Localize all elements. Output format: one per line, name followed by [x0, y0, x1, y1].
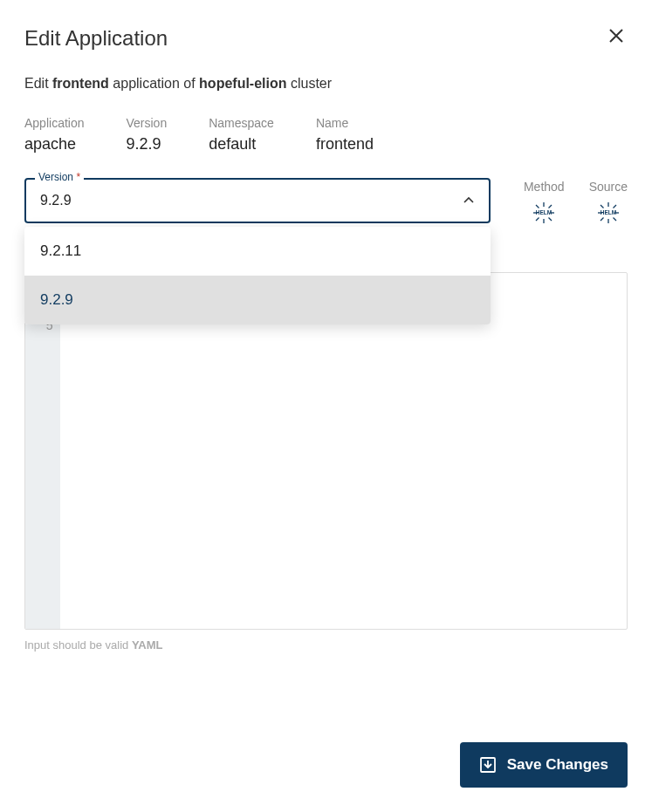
svg-line-13	[601, 205, 604, 208]
editor-code[interactable]: commonLabels: owner: somebody	[60, 273, 627, 629]
meta-label: Version	[127, 116, 168, 130]
version-select-value: 9.2.9	[40, 193, 72, 208]
svg-line-4	[536, 205, 539, 208]
source-column: Source HELM	[589, 180, 628, 225]
close-icon	[608, 28, 624, 44]
subtitle-middle: application of	[109, 76, 199, 91]
yaml-hint: Input should be valid YAML	[24, 638, 628, 652]
svg-line-6	[549, 205, 552, 208]
meta-name: Name frontend	[316, 116, 374, 154]
svg-line-14	[613, 218, 616, 222]
meta-value: apache	[24, 135, 85, 154]
subtitle-cluster: hopeful-elion	[199, 76, 286, 91]
meta-label: Namespace	[209, 116, 274, 130]
subtitle-app: frontend	[52, 76, 109, 91]
version-select[interactable]: 9.2.9	[24, 178, 491, 223]
method-column: Method HELM	[524, 180, 565, 225]
meta-version: Version 9.2.9	[127, 116, 168, 154]
meta-label: Application	[24, 116, 85, 130]
helm-icon: HELM	[532, 201, 556, 225]
source-label: Source	[589, 180, 628, 194]
side-columns: Method HELM Source	[524, 178, 628, 225]
subtitle-prefix: Edit	[24, 76, 52, 91]
svg-line-7	[536, 218, 539, 222]
controls-row: Version * 9.2.9 9.2.11 9.2.9 Method	[24, 178, 628, 225]
meta-namespace: Namespace default	[209, 116, 274, 154]
subtitle-suffix: cluster	[287, 76, 333, 91]
dialog-footer: Save Changes	[460, 742, 628, 788]
version-select-wrap: Version * 9.2.9 9.2.11 9.2.9	[24, 178, 491, 223]
save-changes-button[interactable]: Save Changes	[460, 742, 628, 788]
method-label: Method	[524, 180, 565, 194]
version-option[interactable]: 9.2.9	[24, 276, 491, 324]
svg-text:HELM: HELM	[601, 209, 616, 215]
meta-application: Application apache	[24, 116, 85, 154]
svg-line-15	[613, 205, 616, 208]
required-indicator: *	[76, 171, 80, 183]
save-button-label: Save Changes	[507, 756, 608, 774]
select-label-text: Version	[38, 171, 73, 183]
svg-line-5	[549, 218, 552, 222]
meta-value: default	[209, 135, 274, 154]
meta-value: frontend	[316, 135, 374, 154]
dialog-subtitle: Edit frontend application of hopeful-eli…	[24, 76, 628, 92]
helm-icon: HELM	[596, 201, 621, 225]
meta-value: 9.2.9	[127, 135, 168, 154]
chevron-up-icon	[463, 194, 475, 207]
hint-strong: YAML	[132, 638, 163, 652]
svg-line-16	[601, 218, 604, 222]
meta-label: Name	[316, 116, 374, 130]
close-button[interactable]	[605, 24, 628, 51]
meta-row: Application apache Version 9.2.9 Namespa…	[24, 116, 628, 154]
svg-text:HELM: HELM	[536, 209, 552, 215]
version-select-label: Version *	[35, 171, 84, 183]
version-dropdown: 9.2.11 9.2.9	[24, 227, 491, 324]
version-option[interactable]: 9.2.11	[24, 227, 491, 276]
hint-text: Input should be valid	[24, 638, 132, 652]
editor-gutter: 3 4 5	[25, 273, 60, 629]
dialog-title: Edit Application	[24, 26, 168, 51]
save-icon	[479, 756, 497, 774]
dialog-header: Edit Application	[24, 24, 628, 51]
yaml-editor[interactable]: 3 4 5 commonLabels: owner: somebody	[24, 272, 628, 630]
